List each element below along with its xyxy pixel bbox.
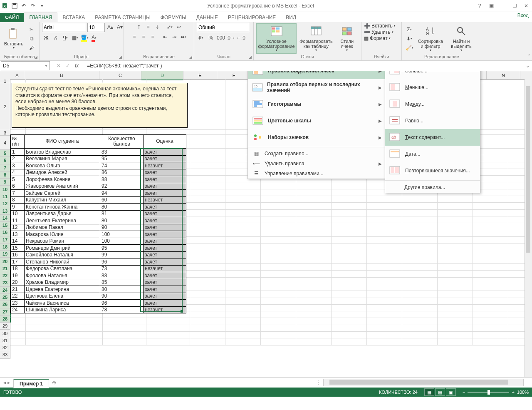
tab-layout[interactable]: РАЗМЕТКА СТРАНИЦЫ [90,13,156,22]
row-header[interactable]: 30 [0,330,10,337]
copy-icon[interactable]: ⧉ [27,35,36,43]
row-header[interactable]: 31 [0,337,10,344]
row-header[interactable]: 13 [0,207,11,214]
fill-icon[interactable]: ⬇▾ [405,35,413,43]
align-right-icon[interactable]: ≡ [148,33,157,41]
comma-icon[interactable]: 000 [217,34,225,42]
table-row[interactable]: 12Любимов Павел90зачет [11,224,186,231]
row-header[interactable]: 27 [0,308,11,316]
row-header[interactable]: 2 [0,83,10,130]
number-format-combo[interactable] [197,23,249,32]
rule-date-occurring[interactable]: Дата... [385,146,480,162]
rule-greater-than[interactable]: Больше... [385,71,480,79]
save-icon[interactable] [11,2,18,10]
table-row[interactable]: 20Храмов Владимир85зачет [11,279,186,286]
view-normal-icon[interactable]: ▦ [424,388,434,396]
close-icon[interactable]: ✕ [522,3,530,9]
row-header[interactable]: 18 [0,244,11,251]
rule-duplicate-values[interactable]: Повторяющиеся значения... [385,162,480,179]
table-row[interactable]: 8Капустин Михаил60незачет [11,196,186,204]
autosum-icon[interactable]: Σ▾ [405,25,413,34]
rule-less-than[interactable]: Меньше... [385,79,480,96]
paste-button[interactable]: Вставить ▾ [2,26,25,51]
column-header[interactable]: F [217,71,251,80]
row-header[interactable]: 24 [0,287,11,294]
row-header[interactable]: 5 [0,150,11,157]
cf-highlight-rules[interactable]: Правила выделения ячеек▶ [248,71,385,79]
delete-cells-button[interactable]: ➖Удалить▾ [364,29,393,35]
fx-icon[interactable]: fx [75,63,79,69]
zoom-out-icon[interactable]: − [463,390,465,395]
cf-manage-rules[interactable]: ☰Управление правилами... [248,169,385,179]
percent-icon[interactable]: % [207,34,215,42]
column-header[interactable]: N [487,71,520,80]
decrease-font-icon[interactable]: A▾ [116,23,124,31]
row-header[interactable]: 23 [0,279,11,286]
qat-dropdown-icon[interactable]: ▼ [38,2,46,10]
rule-more-rules[interactable]: Другие правила... [385,182,480,193]
column-header[interactable]: B [24,71,99,80]
zoom-in-icon[interactable]: + [512,390,514,395]
sheet-nav-first-icon[interactable]: ◂ [3,380,6,385]
row-header[interactable]: 17 [0,236,11,244]
name-box[interactable]: D5▼ [1,61,50,70]
fill-color-icon[interactable]: 🪣▾ [80,34,89,42]
row-header[interactable]: 28 [0,316,11,323]
sort-filter-button[interactable]: AЯ Сортировка и фильтр ▾ [416,24,445,53]
cf-color-scales[interactable]: Цветовые шкалы▶ [248,112,385,129]
row-header[interactable]: 11 [0,193,11,200]
merge-icon[interactable]: ⬌▾ [179,33,188,41]
worksheet-grid[interactable]: ABCDEFGHIJKLMNO 123456789101112131415161… [0,71,532,377]
rule-text-contains[interactable]: abТекст содержит... [385,129,480,146]
conditional-formatting-button[interactable]: Условное форматирование ▾ [256,23,297,54]
format-cells-button[interactable]: ▦Формат▾ [364,35,391,41]
row-header[interactable]: 32 [0,344,10,351]
table-row[interactable]: 5Дорофеева Ксения88зачет [11,176,186,183]
table-row[interactable]: 3Волкова Ольга74незачет [11,162,186,169]
table-row[interactable]: 18Федорова Светлана73незачет [11,265,186,272]
indent-inc-icon[interactable]: ⇥ [170,33,178,41]
table-row[interactable]: 7Зайцев Сергей94зачет [11,190,186,197]
table-row[interactable]: 16Самойлова Наталья99зачет [11,251,186,258]
row-header[interactable]: 12 [0,200,11,207]
row-header[interactable]: 22 [0,272,11,279]
row-header[interactable]: 15 [0,222,11,229]
table-row[interactable]: 14Некрасов Роман100зачет [11,238,186,245]
dec-decimal-icon[interactable]: ←.0 [237,34,245,42]
maximize-icon[interactable]: ☐ [510,3,519,9]
row-header[interactable]: 14 [0,215,11,222]
new-sheet-icon[interactable]: ⊕ [49,380,59,385]
sheet-nav-last-icon[interactable]: ▸ [7,380,10,385]
row-header[interactable]: 3 [0,130,10,136]
font-color-icon[interactable]: A▾ [90,34,98,42]
format-as-table-button[interactable]: Форматировать как таблицу ▾ [298,24,334,53]
table-row[interactable]: 10Лаврентьева Дарья81зачет [11,210,186,217]
table-row[interactable]: 19Фролова Наталья88зачет [11,272,186,279]
cf-new-rule[interactable]: ▦Создать правило... [248,149,385,159]
formula-bar[interactable]: =ЕСЛИ(C5<80;"незачет";"зачет") [84,63,524,69]
row-header[interactable]: 33 [0,351,10,358]
cancel-formula-icon[interactable]: ✕ [57,63,61,69]
font-launcher-icon[interactable]: ◢ [118,55,123,60]
align-center-icon[interactable]: ≡ [139,33,148,41]
align-left-icon[interactable]: ≡ [130,33,139,41]
expand-fbar-icon[interactable]: ⌄ [524,63,532,69]
table-row[interactable]: 4Демидов Алексей86зачет [11,169,186,176]
font-name-combo[interactable] [42,23,86,32]
row-header[interactable]: 21 [0,265,11,272]
table-row[interactable]: 2Веселкина Мария95зачет [11,155,186,162]
vertical-scrollbar[interactable] [525,80,532,377]
rule-equal-to[interactable]: Равно... [385,112,480,129]
tab-home[interactable]: ГЛАВНАЯ [24,12,57,22]
table-row[interactable]: 21Царева Екатерина80зачет [11,286,186,293]
cf-icon-sets[interactable]: Наборы значков▶ [248,129,385,146]
table-row[interactable]: 9Константинова Жанна80зачет [11,204,186,211]
cf-data-bars[interactable]: Гистограммы▶ [248,96,385,112]
row-header[interactable]: 7 [0,164,11,171]
sign-in-link[interactable]: Вход [517,12,529,18]
align-middle-icon[interactable]: ≡ [144,23,152,31]
border-icon[interactable]: ▦▾ [71,34,79,42]
find-select-button[interactable]: Найти и выделить ▾ [447,24,476,53]
ribbon-options-icon[interactable]: ▣ [487,3,495,9]
column-header[interactable]: D [141,71,183,80]
